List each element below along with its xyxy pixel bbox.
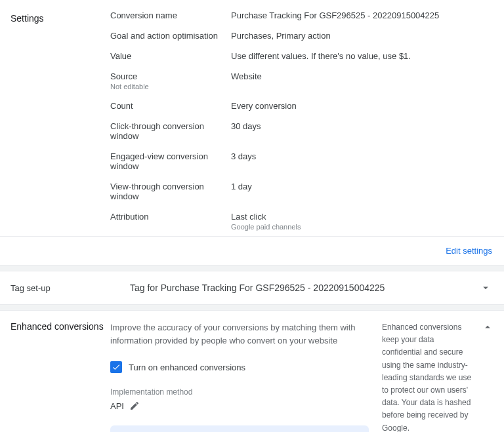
edit-settings-link[interactable]: Edit settings: [446, 246, 492, 256]
tag-setup-row[interactable]: Tag set-up Tag for Purchase Tracking For…: [0, 271, 504, 304]
enhanced-conversions-side-text: Enhanced conversions keep your data conf…: [382, 321, 475, 432]
implementation-method-value: API: [110, 401, 124, 411]
pencil-icon[interactable]: [129, 401, 140, 411]
settings-heading: Settings: [10, 13, 110, 24]
settings-row-value: Every conversion: [231, 101, 297, 111]
settings-row-label: Goal and action optimisation: [110, 31, 231, 41]
settings-row: AttributionLast clickGoogle paid channel…: [110, 206, 494, 236]
settings-row-label: Engaged-view conversion window: [110, 151, 231, 171]
settings-row-label: Value: [110, 51, 231, 61]
enhanced-conversions-checkbox-label: Turn on enhanced conversions: [129, 363, 245, 372]
settings-row-value: 30 days: [231, 121, 261, 141]
divider: [0, 265, 504, 271]
divider: [0, 304, 504, 311]
chevron-up-icon[interactable]: [482, 321, 494, 333]
settings-row-label: SourceNot editable: [110, 71, 231, 90]
settings-row: Goal and action optimisationPurchases, P…: [110, 26, 494, 46]
info-callout: To set up a direct API integration to Go…: [110, 425, 369, 432]
settings-row-label: Attribution: [110, 212, 231, 231]
settings-row-sublabel: Not editable: [110, 83, 231, 90]
settings-row-label: Count: [110, 101, 231, 111]
settings-row: ValueUse different values. If there's no…: [110, 46, 494, 66]
settings-row-value: Website: [231, 71, 262, 90]
settings-row: Engaged-view conversion window3 days: [110, 146, 494, 176]
settings-row: View-through conversion window1 day: [110, 176, 494, 206]
enhanced-conversions-description: Improve the accuracy of your conversions…: [110, 321, 369, 347]
tag-setup-title: Tag for Purchase Tracking For GSF296525 …: [110, 283, 478, 293]
settings-row: SourceNot editableWebsite: [110, 66, 494, 96]
settings-row-label: Click-through conversion window: [110, 121, 231, 141]
chevron-down-icon[interactable]: [478, 282, 494, 294]
enhanced-conversions-checkbox[interactable]: [110, 361, 122, 373]
tag-setup-label: Tag set-up: [10, 283, 110, 293]
settings-row-value: Use different values. If there's no valu…: [231, 51, 411, 61]
settings-row-label: Conversion name: [110, 10, 231, 20]
settings-row-value: Purchase Tracking For GSF296525 - 202209…: [231, 10, 439, 20]
settings-row: Click-through conversion window30 days: [110, 116, 494, 146]
check-icon: [112, 363, 121, 372]
settings-row-value: 1 day: [231, 182, 252, 201]
settings-row-value: Last clickGoogle paid channels: [231, 212, 301, 231]
implementation-method-label: Implementation method: [110, 387, 369, 397]
settings-row-value: Purchases, Primary action: [231, 31, 331, 41]
enhanced-conversions-heading: Enhanced conversions: [10, 321, 110, 332]
settings-row-value: 3 days: [231, 151, 256, 171]
settings-row-label: View-through conversion window: [110, 182, 231, 201]
settings-row: Conversion namePurchase Tracking For GSF…: [110, 5, 494, 26]
settings-row: CountEvery conversion: [110, 96, 494, 116]
